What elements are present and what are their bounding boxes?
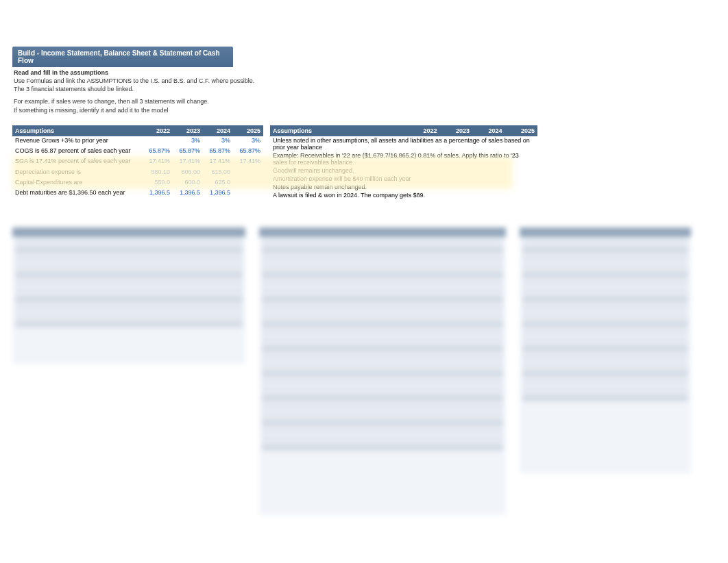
cell: Revenue Grows +3% to prior year [12, 136, 143, 147]
col-header: Assumptions [12, 125, 143, 136]
col-header: Assumptions [270, 125, 407, 136]
col-header-year: 2023 [173, 125, 203, 136]
instr-line: Read and fill in the assumptions [14, 68, 718, 77]
instr-line: For example, if sales were to change, th… [14, 97, 718, 105]
col-header-year: 2025 [505, 125, 537, 136]
col-header-year: 2025 [233, 125, 263, 136]
cell[interactable] [143, 136, 173, 147]
instr-line: The 3 financial statements should be lin… [14, 85, 718, 93]
section-title: Build - Income Statement, Balance Sheet … [12, 47, 233, 67]
col-header-year: 2024 [203, 125, 233, 136]
cell: Unless noted in other assumptions, all a… [270, 136, 537, 151]
cell[interactable]: 3% [233, 136, 263, 147]
col-header-year: 2024 [472, 125, 505, 136]
col-header-year: 2022 [143, 125, 173, 136]
col-header-year: 2023 [439, 125, 472, 136]
table-row: Unless noted in other assumptions, all a… [270, 136, 537, 151]
cell[interactable]: 3% [203, 136, 233, 147]
instr-line: If something is missing, identify it and… [14, 106, 718, 114]
instr-line: Use Formulas and link the ASSUMPTIONS to… [14, 77, 718, 85]
cell[interactable]: 3% [173, 136, 203, 147]
instructions-block: Read and fill in the assumptions Use For… [12, 67, 718, 116]
blurred-statements-area [12, 159, 718, 515]
col-header-year: 2022 [407, 125, 439, 136]
table-row: Revenue Grows +3% to prior year 3% 3% 3% [12, 136, 263, 147]
